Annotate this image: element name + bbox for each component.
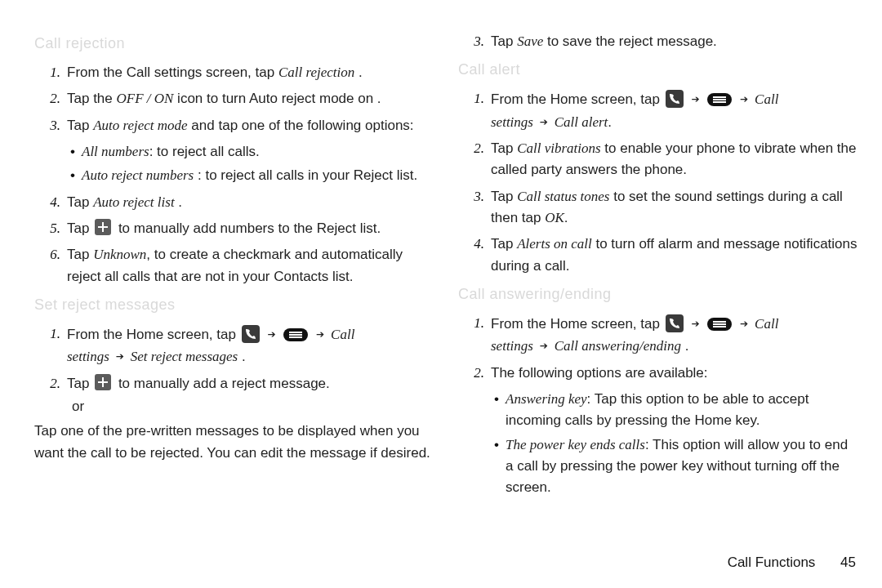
page-footer: Call Functions 45	[728, 552, 856, 573]
plus-icon	[95, 374, 113, 392]
arrow-icon: ➔	[314, 326, 327, 342]
phone-icon	[242, 325, 260, 343]
arrow-icon: ➔	[537, 114, 550, 130]
menu-icon	[707, 93, 732, 106]
manual-page: Call rejection 1. From the Call settings…	[0, 0, 882, 588]
step: 2. The following options are available: …	[491, 363, 859, 499]
step: 1. From the Home screen, tap ➔ ➔ Call se…	[67, 323, 435, 368]
arrow-icon: ➔	[688, 91, 702, 107]
step: 5. Tap to manually add numbers to the Re…	[67, 218, 435, 239]
arrow-icon: ➔	[114, 348, 127, 364]
left-column: Call rejection 1. From the Call settings…	[34, 28, 435, 534]
footer-section: Call Functions	[728, 555, 816, 570]
step: 4. Tap Auto reject list .	[67, 192, 435, 213]
heading-call-rejection: Call rejection	[34, 33, 435, 56]
bullet: Auto reject numbers : to reject all call…	[70, 165, 435, 186]
heading-call-answering-ending: Call answering/ending	[458, 283, 859, 306]
right-column: 3. Tap Save to save the reject message. …	[458, 28, 859, 534]
step: 6. Tap Unknown, to create a checkmark an…	[67, 244, 435, 287]
step: 1. From the Home screen, tap ➔ ➔ Call se…	[491, 313, 859, 358]
heading-call-alert: Call alert	[458, 59, 859, 82]
menu-icon	[283, 328, 308, 341]
bullet: All numbers: to reject all calls.	[70, 141, 435, 163]
arrow-icon: ➔	[688, 315, 702, 332]
step: 2. Tap the OFF / ON icon to turn Auto re…	[67, 88, 435, 109]
step: 3. Tap Call status tones to set the soun…	[491, 186, 859, 229]
bullet: The power key ends calls: This option wi…	[494, 434, 859, 499]
page-number: 45	[840, 552, 856, 573]
step: 4. Tap Alerts on call to turn off alarm …	[491, 234, 859, 277]
step: 2. Tap to manually add a reject message.…	[67, 373, 435, 464]
arrow-icon: ➔	[737, 315, 751, 332]
phone-icon	[666, 314, 684, 332]
step: 1. From the Call settings screen, tap Ca…	[67, 62, 435, 83]
step: 3. Tap Save to save the reject message.	[491, 31, 859, 52]
heading-set-reject-messages: Set reject messages	[34, 294, 435, 317]
arrow-icon: ➔	[537, 337, 550, 354]
arrow-icon: ➔	[265, 326, 278, 342]
phone-icon	[666, 90, 684, 108]
arrow-icon: ➔	[737, 91, 751, 107]
step: 1. From the Home screen, tap ➔ ➔ Call se…	[491, 88, 859, 133]
step: 2. Tap Call vibrations to enable your ph…	[491, 138, 859, 181]
plus-icon	[95, 219, 113, 237]
menu-icon	[707, 318, 732, 331]
bullet: Answering key: Tap this option to be abl…	[494, 389, 859, 432]
step: 3. Tap Auto reject mode and tap one of t…	[67, 115, 435, 187]
